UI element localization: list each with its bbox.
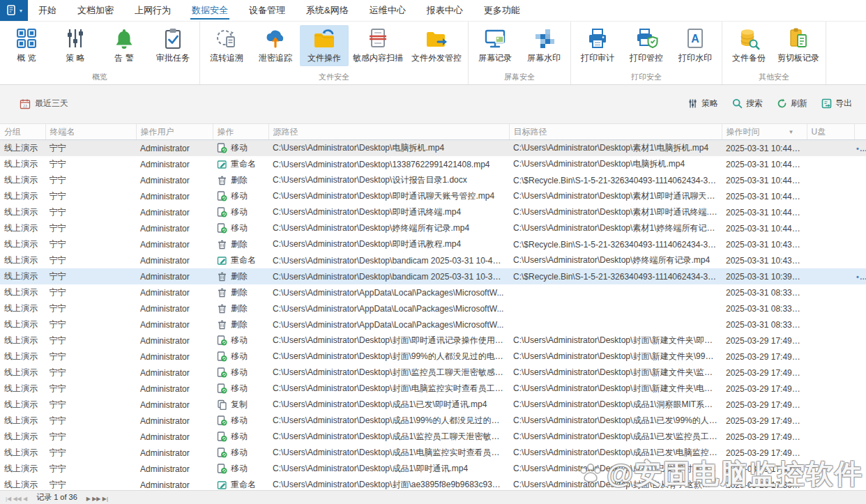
column-header-操作用户[interactable]: 操作用户 (136, 124, 213, 140)
cell-user: Administrator (136, 220, 213, 236)
ribbon-button-剪切板记录[interactable]: 剪切板记录 (773, 25, 823, 66)
ribbon-button-屏幕水印[interactable]: 屏幕水印 (519, 25, 568, 66)
column-header-U盘[interactable]: U盘 (807, 124, 854, 140)
column-header-操作[interactable]: 操作 (213, 124, 268, 140)
table-row[interactable]: 线上演示宁宁Administrator移动C:\Users\Administra… (0, 381, 866, 397)
move-icon (217, 367, 227, 378)
table-row[interactable]: 线上演示宁宁Administrator移动C:\Users\Administra… (0, 349, 866, 365)
row-more-actions-button[interactable]: ••• (854, 140, 866, 157)
toolbar-action-导出[interactable]: 导出 (821, 98, 852, 109)
ribbon-button-label: 文件外发管控 (411, 52, 462, 64)
table-row[interactable]: 线上演示宁宁Administrator移动C:\Users\Administra… (0, 220, 866, 236)
pager-left-3[interactable]: ◀ (23, 496, 27, 502)
ribbon-button-文件外发管控[interactable]: 文件外发管控 (407, 25, 466, 66)
table-row[interactable]: 线上演示宁宁Administrator删除C:\Users\Administra… (0, 236, 866, 252)
cell-target-path: C:\Users\Administrator\Desktop\成品1\已发\99… (509, 413, 722, 429)
cell-usb (807, 268, 854, 284)
ribbon-button-打印管控[interactable]: 打印管控 (622, 25, 671, 66)
ribbon-group-3: 屏幕记录屏幕水印屏幕安全 (469, 22, 571, 84)
table-row[interactable]: 线上演示宁宁Administrator移动C:\Users\Administra… (0, 204, 866, 220)
pager-left-2[interactable]: ◀◀ (13, 496, 23, 502)
ribbon-button-文件备份[interactable]: 文件备份 (724, 25, 773, 66)
table-row[interactable]: 线上演示宁宁Administrator重命名C:\Users\Administr… (0, 156, 866, 172)
table-row[interactable]: 线上演示宁宁Administrator移动C:\Users\Administra… (0, 188, 866, 204)
table-row[interactable]: 线上演示宁宁Administrator删除C:\Users\Administra… (0, 284, 866, 300)
table-row[interactable]: 线上演示宁宁Administrator重命名C:\Users\Administr… (0, 252, 866, 268)
tab-5[interactable]: 设备管理 (238, 0, 296, 21)
column-header-actions[interactable] (854, 124, 866, 140)
row-more-actions-button[interactable]: ••• (854, 268, 866, 284)
cell-time: 2025-03-31 10:44:20 (722, 220, 807, 236)
ribbon-group-label: 其他安全 (724, 69, 823, 84)
cell-time: 2025-03-29 17:49:20 (722, 413, 807, 429)
tab-9[interactable]: 更多功能 (473, 0, 531, 21)
tab-3[interactable]: 上网行为 (124, 0, 181, 21)
table-row[interactable]: 线上演示宁宁Administrator复制C:\Users\Administra… (0, 397, 866, 413)
cell-usb (807, 284, 854, 300)
toolbar-action-搜索[interactable]: 搜索 (732, 98, 763, 109)
print-watermark-icon: A (683, 26, 707, 50)
ribbon-button-屏幕记录[interactable]: 屏幕记录 (471, 25, 519, 66)
move-icon (217, 191, 227, 201)
table-row[interactable]: 线上演示宁宁Administrator移动C:\Users\Administra… (0, 461, 866, 477)
ribbon-button-告警[interactable]: 告 警 (100, 25, 149, 66)
table-row[interactable]: 线上演示宁宁Administrator移动C:\Users\Administra… (0, 429, 866, 445)
ribbon-group-label: 文件安全 (202, 69, 466, 84)
ribbon-button-策略[interactable]: 策 略 (51, 25, 100, 66)
ribbon-button-打印审计[interactable]: 打印审计 (573, 25, 622, 66)
tab-7[interactable]: 运维中心 (359, 0, 416, 21)
column-header-label: U盘 (812, 127, 826, 137)
cell-terminal: 宁宁 (45, 413, 136, 429)
toolbar-action-策略[interactable]: 策略 (688, 98, 718, 109)
table-row[interactable]: 线上演示宁宁Administrator删除C:\Users\Administra… (0, 172, 866, 188)
app-menu-button[interactable]: ▼ (0, 0, 28, 21)
ribbon-button-概览[interactable]: 概 览 (2, 25, 51, 66)
tab-2[interactable]: 文档加密 (67, 0, 124, 21)
tab-4[interactable]: 数据安全 (181, 0, 238, 21)
pager-right-3[interactable]: ▶| (102, 496, 108, 502)
column-header-分组[interactable]: 分组 (0, 124, 45, 140)
cell-source-path: C:\Users\Administrator\Desktop\即时通讯聊天账号管… (268, 188, 509, 204)
pager-right-2[interactable]: ▶▶ (92, 496, 102, 502)
row-more-actions-button (854, 413, 866, 429)
table-row[interactable]: 线上演示宁宁Administrator删除C:\Users\Administra… (0, 268, 866, 284)
ribbon-button-敏感内容扫描[interactable]: 敏感内容扫描 (349, 25, 407, 66)
column-header-目标路径[interactable]: 目标路径 (509, 124, 722, 140)
toolbar-action-label: 策略 (701, 98, 718, 109)
operation-label: 复制 (231, 399, 248, 411)
pager-right-1[interactable]: ▶ (86, 496, 92, 502)
tab-1[interactable]: 开始 (28, 0, 67, 21)
table-row[interactable]: 线上演示宁宁Administrator移动C:\Users\Administra… (0, 413, 866, 429)
ribbon-button-泄密追踪[interactable]: 泄密追踪 (251, 25, 300, 66)
cell-operation: 删除 (213, 316, 268, 333)
date-range-filter[interactable]: 23 最近三天 (20, 98, 68, 109)
cell-source-path: C:\Users\Administrator\Desktop\bandicam … (268, 268, 509, 284)
column-header-操作时间[interactable]: 操作时间▼ (722, 124, 807, 140)
toolbar-action-刷新[interactable]: 刷新 (777, 98, 807, 109)
pager-left-1[interactable]: |◀ (6, 496, 13, 502)
tab-8[interactable]: 报表中心 (416, 0, 473, 21)
column-header-label: 操作时间 (727, 127, 760, 137)
operation-label: 删除 (231, 287, 248, 298)
rename-icon (217, 255, 227, 266)
table-row[interactable]: 线上演示宁宁Administrator移动C:\Users\Administra… (0, 365, 866, 381)
ribbon-button-打印水印[interactable]: A打印水印 (671, 25, 720, 66)
tab-6[interactable]: 系统&网络 (296, 0, 359, 21)
cell-user: Administrator (136, 284, 213, 300)
table-row[interactable]: 线上演示宁宁Administrator删除C:\Users\Administra… (0, 300, 866, 316)
cell-usb (807, 445, 854, 461)
column-filter-caret-icon[interactable]: ▼ (789, 129, 794, 135)
table-row[interactable]: 线上演示宁宁Administrator移动C:\Users\Administra… (0, 445, 866, 461)
ribbon-button-流转追溯[interactable]: 流转追溯 (202, 25, 251, 66)
table-row[interactable]: 线上演示宁宁Administrator移动C:\Users\Administra… (0, 333, 866, 349)
cell-terminal: 宁宁 (45, 188, 136, 204)
ribbon-button-审批任务[interactable]: 审批任务 (149, 25, 197, 66)
table-row[interactable]: 线上演示宁宁Administrator删除C:\Users\Administra… (0, 316, 866, 333)
row-more-actions-button (854, 445, 866, 461)
cell-source-path: C:\Users\Administrator\Desktop\封面\电脑监控实时… (268, 381, 509, 397)
table-row[interactable]: 线上演示宁宁Administrator移动C:\Users\Administra… (0, 140, 866, 157)
cell-usb (807, 156, 854, 172)
column-header-终端名[interactable]: 终端名 (45, 124, 136, 140)
column-header-源路径[interactable]: 源路径 (268, 124, 509, 140)
ribbon-button-文件操作[interactable]: 文件操作 (300, 25, 349, 66)
